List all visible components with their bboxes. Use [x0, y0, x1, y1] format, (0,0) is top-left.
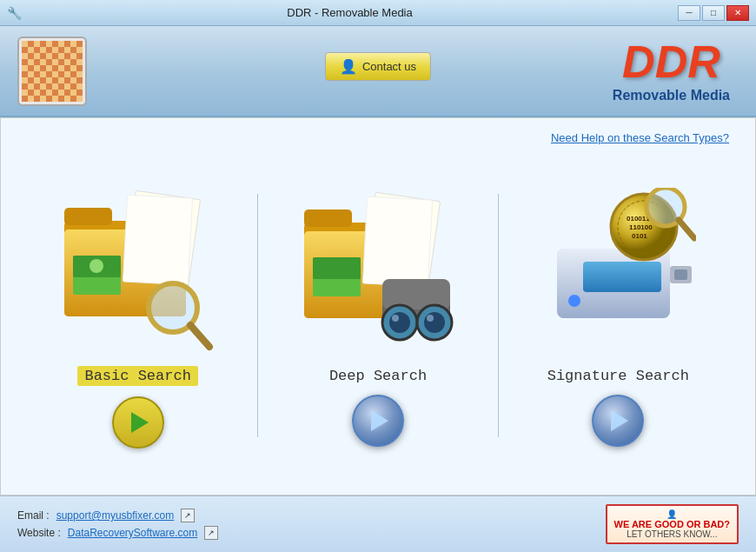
close-button[interactable]: ✕: [726, 5, 749, 21]
main-content: Need Help on these Search Types?: [0, 117, 756, 495]
search-options-container: Basic Search: [1, 144, 755, 486]
svg-text:110100: 110100: [629, 223, 653, 231]
maximize-button[interactable]: □: [702, 5, 725, 21]
svg-rect-29: [674, 269, 687, 280]
header: 👤 Contact us DDR Removable Media: [0, 26, 756, 117]
svg-point-22: [389, 312, 410, 333]
signature-search-illustration: 010011 110100 0101: [540, 188, 696, 353]
svg-rect-12: [304, 209, 352, 227]
svg-rect-17: [313, 257, 361, 279]
app-logo: [17, 37, 87, 106]
brand-subtitle: Removable Media: [613, 88, 730, 103]
email-row: Email : support@myusbfixer.com ↗: [17, 509, 218, 522]
svg-rect-1: [64, 208, 112, 225]
svg-point-8: [90, 259, 103, 273]
basic-search-play-button[interactable]: [112, 396, 164, 449]
title-bar-icon: 🔧: [7, 6, 22, 20]
email-link[interactable]: support@myusbfixer.com: [56, 509, 175, 522]
feedback-line2: LET OTHERS KNOW...: [614, 529, 730, 539]
svg-text:0101: 0101: [632, 232, 647, 240]
help-link[interactable]: Need Help on these Search Types?: [551, 131, 729, 144]
feedback-icon: 👤: [666, 509, 677, 519]
svg-rect-5: [123, 195, 192, 285]
signature-search-option: 010011 110100 0101 Signature Search: [499, 183, 738, 447]
svg-line-38: [679, 220, 694, 238]
feedback-button[interactable]: 👤 WE ARE GOOD OR BAD? LET OTHERS KNOW...: [606, 504, 739, 544]
feedback-line1: WE ARE GOOD OR BAD?: [614, 519, 730, 529]
contact-label: Contact us: [362, 60, 416, 73]
window-controls: ─ □ ✕: [678, 5, 749, 21]
basic-search-illustration: [60, 186, 216, 351]
footer: Email : support@myusbfixer.com ↗ Website…: [0, 495, 756, 552]
basic-search-icon-container: [60, 182, 216, 356]
play-icon: [371, 410, 388, 431]
website-link[interactable]: DataRecoverySoftware.com: [68, 527, 197, 539]
svg-line-10: [190, 325, 209, 347]
brand-area: DDR Removable Media: [613, 39, 730, 103]
title-bar: 🔧 DDR - Removable Media ─ □ ✕: [0, 0, 756, 26]
email-label: Email :: [17, 509, 50, 522]
deep-search-illustration: [300, 188, 456, 353]
signature-search-icon-container: 010011 110100 0101: [540, 183, 696, 357]
website-row: Website : DataRecoverySoftware.com ↗: [17, 526, 218, 540]
svg-rect-15: [362, 196, 432, 287]
signature-search-play-button[interactable]: [592, 395, 644, 447]
svg-point-24: [392, 315, 399, 322]
logo-pattern: [22, 41, 83, 102]
website-external-link-icon[interactable]: ↗: [204, 526, 218, 540]
basic-search-option: Basic Search: [18, 182, 257, 449]
contact-button[interactable]: 👤 Contact us: [325, 52, 431, 81]
svg-rect-31: [583, 262, 661, 292]
signature-search-label: Signature Search: [547, 368, 689, 384]
window-title: DDR - Removable Media: [22, 6, 678, 19]
svg-point-30: [568, 295, 580, 307]
deep-search-option: Deep Search: [258, 183, 497, 447]
footer-contact-info: Email : support@myusbfixer.com ↗ Website…: [17, 509, 218, 540]
basic-search-label: Basic Search: [77, 366, 197, 386]
minimize-button[interactable]: ─: [678, 5, 700, 21]
play-icon: [131, 412, 149, 433]
contact-icon: 👤: [340, 58, 357, 75]
website-label: Website :: [17, 527, 61, 539]
deep-search-play-button[interactable]: [352, 395, 404, 447]
svg-point-25: [427, 315, 434, 322]
deep-search-label: Deep Search: [329, 368, 427, 384]
svg-point-23: [424, 312, 445, 333]
brand-title: DDR: [613, 39, 730, 84]
deep-search-icon-container: [300, 183, 456, 357]
email-external-link-icon[interactable]: ↗: [181, 509, 195, 522]
play-icon: [611, 410, 628, 431]
